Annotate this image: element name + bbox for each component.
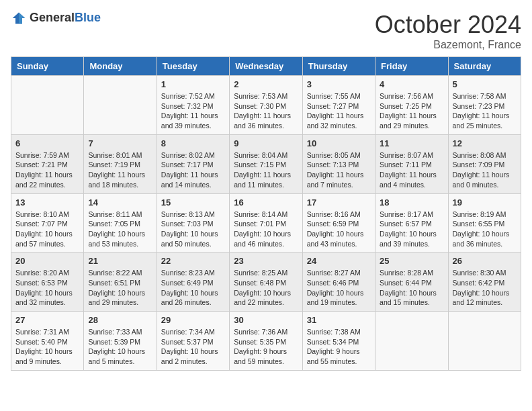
- day-info: Sunrise: 8:17 AMSunset: 6:57 PMDaylight:…: [380, 210, 443, 249]
- calendar-week-row: 6Sunrise: 7:59 AMSunset: 7:21 PMDaylight…: [11, 134, 521, 193]
- day-number: 25: [380, 256, 443, 266]
- day-info: Sunrise: 8:19 AMSunset: 6:55 PMDaylight:…: [453, 210, 517, 249]
- day-number: 3: [307, 79, 371, 89]
- calendar-cell: 7Sunrise: 8:01 AMSunset: 7:19 PMDaylight…: [84, 134, 157, 193]
- day-info: Sunrise: 7:38 AMSunset: 5:34 PMDaylight:…: [307, 327, 371, 367]
- title-area: October 2024 Bazemont, France: [375, 11, 521, 51]
- day-number: 30: [234, 315, 298, 325]
- calendar-cell: 23Sunrise: 8:25 AMSunset: 6:48 PMDayligh…: [230, 253, 302, 312]
- logo-text: GeneralBlue: [30, 11, 101, 25]
- day-number: 11: [380, 138, 443, 148]
- day-number: 19: [453, 197, 517, 208]
- day-info: Sunrise: 8:22 AMSunset: 6:51 PMDaylight:…: [88, 268, 152, 308]
- day-info: Sunrise: 7:53 AMSunset: 7:30 PMDaylight:…: [234, 91, 298, 131]
- day-info: Sunrise: 7:55 AMSunset: 7:27 PMDaylight:…: [307, 91, 371, 131]
- weekday-header: Monday: [84, 57, 157, 76]
- calendar-body: 1Sunrise: 7:52 AMSunset: 7:32 PMDaylight…: [11, 76, 521, 371]
- calendar-cell: 2Sunrise: 7:53 AMSunset: 7:30 PMDaylight…: [230, 76, 302, 135]
- day-info: Sunrise: 7:36 AMSunset: 5:35 PMDaylight:…: [234, 327, 298, 367]
- calendar-cell: 24Sunrise: 8:27 AMSunset: 6:46 PMDayligh…: [302, 253, 375, 312]
- calendar-cell: 6Sunrise: 7:59 AMSunset: 7:21 PMDaylight…: [11, 134, 84, 193]
- calendar-cell: 15Sunrise: 8:13 AMSunset: 7:03 PMDayligh…: [157, 193, 229, 253]
- calendar-cell: 19Sunrise: 8:19 AMSunset: 6:55 PMDayligh…: [448, 193, 521, 253]
- day-number: 13: [15, 197, 79, 208]
- calendar-cell: 26Sunrise: 8:30 AMSunset: 6:42 PMDayligh…: [448, 253, 521, 312]
- day-number: 5: [453, 79, 517, 89]
- logo-icon: [11, 11, 27, 25]
- day-info: Sunrise: 8:30 AMSunset: 6:42 PMDaylight:…: [453, 268, 517, 308]
- calendar-cell: 18Sunrise: 8:17 AMSunset: 6:57 PMDayligh…: [375, 193, 448, 253]
- calendar-cell: [448, 312, 521, 371]
- calendar-cell: 30Sunrise: 7:36 AMSunset: 5:35 PMDayligh…: [230, 312, 302, 371]
- day-number: 22: [161, 256, 225, 266]
- day-number: 16: [234, 197, 298, 208]
- day-info: Sunrise: 8:28 AMSunset: 6:44 PMDaylight:…: [380, 268, 443, 308]
- location: Bazemont, France: [375, 39, 521, 51]
- weekday-header: Sunday: [11, 57, 84, 76]
- svg-marker-1: [19, 12, 25, 24]
- weekday-header: Friday: [375, 57, 448, 76]
- calendar-cell: 25Sunrise: 8:28 AMSunset: 6:44 PMDayligh…: [375, 253, 448, 312]
- weekday-header: Wednesday: [230, 57, 302, 76]
- calendar-cell: [375, 312, 448, 371]
- day-info: Sunrise: 8:01 AMSunset: 7:19 PMDaylight:…: [88, 150, 152, 190]
- month-title: October 2024: [375, 11, 521, 39]
- calendar-table: SundayMondayTuesdayWednesdayThursdayFrid…: [11, 56, 521, 371]
- day-number: 1: [161, 79, 225, 89]
- calendar-cell: 31Sunrise: 7:38 AMSunset: 5:34 PMDayligh…: [302, 312, 375, 371]
- calendar-cell: 9Sunrise: 8:04 AMSunset: 7:15 PMDaylight…: [230, 134, 302, 193]
- page-header: GeneralBlue October 2024 Bazemont, Franc…: [11, 11, 521, 51]
- calendar-header: SundayMondayTuesdayWednesdayThursdayFrid…: [11, 57, 521, 76]
- day-number: 12: [453, 138, 517, 148]
- calendar-cell: 28Sunrise: 7:33 AMSunset: 5:39 PMDayligh…: [84, 312, 157, 371]
- calendar-cell: 16Sunrise: 8:14 AMSunset: 7:01 PMDayligh…: [230, 193, 302, 253]
- day-number: 31: [307, 315, 371, 325]
- day-number: 17: [307, 197, 371, 208]
- calendar-cell: 21Sunrise: 8:22 AMSunset: 6:51 PMDayligh…: [84, 253, 157, 312]
- day-info: Sunrise: 8:13 AMSunset: 7:03 PMDaylight:…: [161, 210, 225, 249]
- weekday-header: Thursday: [302, 57, 375, 76]
- logo: GeneralBlue: [11, 11, 101, 25]
- day-number: 8: [161, 138, 225, 148]
- day-info: Sunrise: 7:56 AMSunset: 7:25 PMDaylight:…: [380, 91, 443, 131]
- day-info: Sunrise: 8:04 AMSunset: 7:15 PMDaylight:…: [234, 150, 298, 190]
- day-number: 26: [453, 256, 517, 266]
- calendar-cell: [11, 76, 84, 135]
- day-info: Sunrise: 7:34 AMSunset: 5:37 PMDaylight:…: [161, 327, 225, 367]
- weekday-header: Saturday: [448, 57, 521, 76]
- calendar-cell: [84, 76, 157, 135]
- day-number: 9: [234, 138, 298, 148]
- calendar-week-row: 20Sunrise: 8:20 AMSunset: 6:53 PMDayligh…: [11, 253, 521, 312]
- day-info: Sunrise: 8:25 AMSunset: 6:48 PMDaylight:…: [234, 268, 298, 308]
- logo-blue-text: Blue: [75, 11, 101, 24]
- day-number: 29: [161, 315, 225, 325]
- calendar-cell: 14Sunrise: 8:11 AMSunset: 7:05 PMDayligh…: [84, 193, 157, 253]
- calendar-cell: 8Sunrise: 8:02 AMSunset: 7:17 PMDaylight…: [157, 134, 229, 193]
- calendar-cell: 27Sunrise: 7:31 AMSunset: 5:40 PMDayligh…: [11, 312, 84, 371]
- day-info: Sunrise: 8:02 AMSunset: 7:17 PMDaylight:…: [161, 150, 225, 190]
- calendar-cell: 3Sunrise: 7:55 AMSunset: 7:27 PMDaylight…: [302, 76, 375, 135]
- calendar-cell: 10Sunrise: 8:05 AMSunset: 7:13 PMDayligh…: [302, 134, 375, 193]
- day-number: 28: [88, 315, 152, 325]
- calendar-week-row: 13Sunrise: 8:10 AMSunset: 7:07 PMDayligh…: [11, 193, 521, 253]
- day-number: 21: [88, 256, 152, 266]
- day-number: 27: [15, 315, 79, 325]
- logo-general-text: General: [30, 11, 75, 24]
- day-info: Sunrise: 8:11 AMSunset: 7:05 PMDaylight:…: [88, 210, 152, 249]
- day-number: 14: [88, 197, 152, 208]
- day-number: 23: [234, 256, 298, 266]
- day-info: Sunrise: 8:20 AMSunset: 6:53 PMDaylight:…: [15, 268, 79, 308]
- day-info: Sunrise: 8:10 AMSunset: 7:07 PMDaylight:…: [15, 210, 79, 249]
- day-number: 18: [380, 197, 443, 208]
- day-number: 10: [307, 138, 371, 148]
- day-info: Sunrise: 8:27 AMSunset: 6:46 PMDaylight:…: [307, 268, 371, 308]
- calendar-cell: 1Sunrise: 7:52 AMSunset: 7:32 PMDaylight…: [157, 76, 229, 135]
- day-info: Sunrise: 8:23 AMSunset: 6:49 PMDaylight:…: [161, 268, 225, 308]
- day-info: Sunrise: 7:52 AMSunset: 7:32 PMDaylight:…: [161, 91, 225, 131]
- calendar-cell: 5Sunrise: 7:58 AMSunset: 7:23 PMDaylight…: [448, 76, 521, 135]
- calendar-cell: 11Sunrise: 8:07 AMSunset: 7:11 PMDayligh…: [375, 134, 448, 193]
- day-number: 20: [15, 256, 79, 266]
- day-info: Sunrise: 7:59 AMSunset: 7:21 PMDaylight:…: [15, 150, 79, 190]
- calendar-cell: 29Sunrise: 7:34 AMSunset: 5:37 PMDayligh…: [157, 312, 229, 371]
- day-info: Sunrise: 8:14 AMSunset: 7:01 PMDaylight:…: [234, 210, 298, 249]
